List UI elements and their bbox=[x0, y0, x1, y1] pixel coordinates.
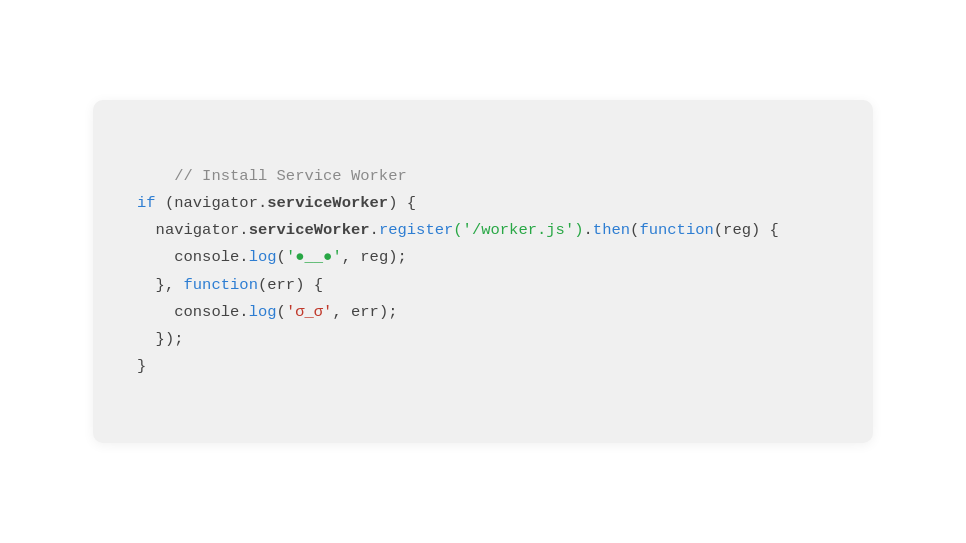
code-block: // Install Service Worker if (navigator.… bbox=[137, 136, 829, 407]
emoji-string-1: '●__●' bbox=[286, 248, 342, 266]
log-method-2: log bbox=[249, 303, 277, 321]
dot-4: . bbox=[584, 221, 593, 239]
console-2: console bbox=[174, 303, 239, 321]
code-card: // Install Service Worker if (navigator.… bbox=[93, 100, 873, 443]
dot-3: . bbox=[370, 221, 379, 239]
console-1: console bbox=[174, 248, 239, 266]
log-2-args: , err); bbox=[332, 303, 397, 321]
navigator-1: navigator bbox=[174, 194, 258, 212]
path-string: ('/worker.js') bbox=[453, 221, 583, 239]
comment-line: // Install Service Worker bbox=[174, 167, 407, 185]
service-worker-prop-1: serviceWorker bbox=[267, 194, 388, 212]
log-1-args: , reg); bbox=[342, 248, 407, 266]
close-if: } bbox=[137, 357, 146, 375]
then-paren: ( bbox=[630, 221, 639, 239]
keyword-function-2: function bbox=[184, 276, 258, 294]
paren-open: ( bbox=[156, 194, 175, 212]
log-method-1: log bbox=[249, 248, 277, 266]
dot-6: . bbox=[239, 303, 248, 321]
keyword-if: if bbox=[137, 194, 156, 212]
dot-2: . bbox=[239, 221, 248, 239]
service-worker-prop-2: serviceWorker bbox=[249, 221, 370, 239]
then-separator: }, bbox=[156, 276, 184, 294]
dot-1: . bbox=[258, 194, 267, 212]
log-1-paren: ( bbox=[277, 248, 286, 266]
register-method: register bbox=[379, 221, 453, 239]
log-2-paren: ( bbox=[277, 303, 286, 321]
function-2-arg: (err) { bbox=[258, 276, 323, 294]
navigator-2: navigator bbox=[156, 221, 240, 239]
if-close: ) { bbox=[388, 194, 416, 212]
dot-5: . bbox=[239, 248, 248, 266]
close-then: }); bbox=[156, 330, 184, 348]
function-1-arg: (reg) { bbox=[714, 221, 779, 239]
keyword-function-1: function bbox=[639, 221, 713, 239]
then-method: then bbox=[593, 221, 630, 239]
emoji-string-2: 'σ_σ' bbox=[286, 303, 333, 321]
